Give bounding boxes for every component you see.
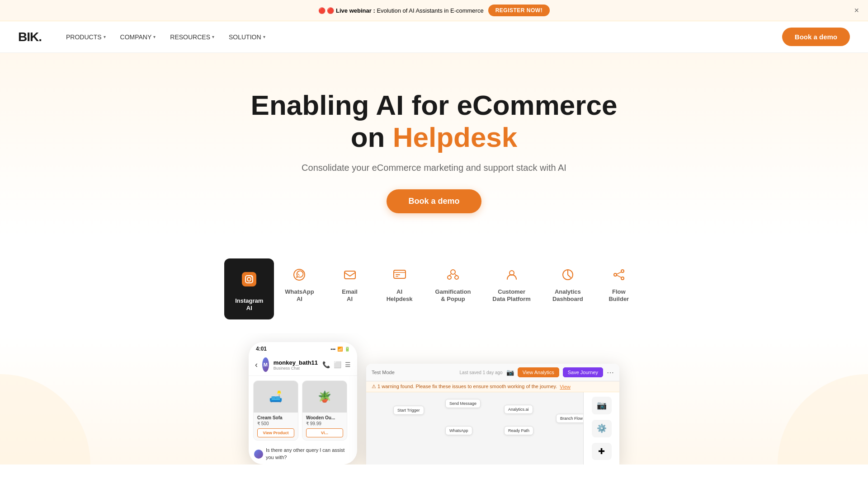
- svg-point-14: [614, 273, 617, 276]
- nav-book-demo-button[interactable]: Book a demo: [782, 28, 850, 46]
- chevron-down-icon: ▾: [212, 34, 214, 39]
- feature-item-ai-helpdesk[interactable]: AIHelpdesk: [375, 258, 425, 311]
- announcement-text: Evolution of AI Assistants in E-commerce: [377, 7, 483, 14]
- svg-rect-8: [396, 276, 398, 277]
- feature-item-flow-builder[interactable]: FlowBuilder: [594, 258, 644, 311]
- flow-node-5: Ready Path: [504, 426, 533, 435]
- hero-title: Enabling AI for eCommerce on Helpdesk: [9, 89, 859, 154]
- video-icon[interactable]: ⬜: [334, 361, 341, 368]
- svg-point-11: [455, 276, 458, 279]
- more-options-icon[interactable]: ⋯: [607, 368, 614, 377]
- menu-icon[interactable]: ☰: [345, 361, 351, 368]
- product-image-2: 🪴: [302, 381, 347, 413]
- phone-icon[interactable]: 📞: [322, 361, 330, 368]
- flow-node-3: Analytics.ai: [504, 405, 533, 414]
- sidebar-instagram-icon[interactable]: 📷: [592, 397, 612, 414]
- desktop-toolbar: Test Mode Last saved 1 day ago 📷 View An…: [366, 364, 619, 381]
- feature-label-flow-builder: FlowBuilder: [609, 288, 629, 304]
- preview-area: 4:01 ▪▪▪ 📶 🔋 ‹ M monkey_bath11 Business …: [0, 333, 868, 465]
- nav-item-company[interactable]: COMPANY ▾: [114, 30, 162, 44]
- product-name-2: Wooden Ou...: [306, 415, 343, 420]
- svg-rect-5: [344, 271, 355, 279]
- flow-node-1: Start Trigger: [393, 406, 424, 415]
- feature-label-gamification: Gamification& Popup: [435, 288, 471, 304]
- product-image-1: 🛋️: [254, 381, 298, 413]
- announcement-close-button[interactable]: ×: [854, 6, 859, 15]
- svg-point-3: [251, 276, 252, 277]
- flow-sidebar: 📷 ⚙️ ✚: [583, 392, 619, 465]
- flow-builder-icon: [610, 266, 628, 284]
- hero-subtitle: Consolidate your eCommerce marketing and…: [9, 163, 859, 173]
- live-indicator: 🔴 🔴 Live webinar : Evolution of AI Assis…: [318, 7, 484, 14]
- svg-point-15: [621, 270, 624, 272]
- hero-book-demo-button[interactable]: Book a demo: [387, 189, 481, 213]
- feature-label-instagram-ai: InstagramAI: [235, 297, 263, 313]
- register-now-button[interactable]: REGISTER NOW!: [488, 5, 550, 16]
- logo[interactable]: BIK.: [18, 30, 42, 44]
- blob-left-decoration: [0, 374, 90, 465]
- view-analytics-button[interactable]: View Analytics: [518, 367, 559, 377]
- camera-icon: 📷: [506, 369, 514, 376]
- navbar: BIK. PRODUCTS ▾ COMPANY ▾ RESOURCES ▾ SO…: [0, 21, 868, 53]
- svg-point-16: [621, 277, 624, 280]
- feature-label-email-ai: EmailAI: [342, 288, 358, 304]
- warning-text: ⚠ 1 warning found. Please fix these issu…: [372, 384, 557, 389]
- chevron-down-icon: ▾: [104, 34, 106, 39]
- contact-name: monkey_bath11: [274, 359, 318, 366]
- chat-message-text: Is there any other query I can assist yo…: [266, 447, 352, 461]
- flow-canvas[interactable]: Start Trigger Send Message Analytics.ai …: [366, 392, 619, 465]
- analytics-icon: [559, 266, 577, 284]
- sidebar-add-icon[interactable]: ✚: [592, 443, 612, 460]
- warning-bar: ⚠ 1 warning found. Please fix these issu…: [366, 381, 619, 392]
- chat-header: ‹ M monkey_bath11 Business Chat 📞 ⬜ ☰: [249, 354, 357, 376]
- gamification-icon: [444, 266, 462, 284]
- product-cards: 🛋️ Cream Sofa ₹ 500 View Product 🪴 Woode…: [249, 376, 357, 443]
- blob-right-decoration: [778, 374, 868, 465]
- feature-label-analytics: AnalyticsDashboard: [552, 288, 583, 304]
- instagram-icon: [240, 270, 258, 288]
- svg-point-10: [448, 276, 451, 279]
- feature-item-whatsapp-ai[interactable]: WhatsAppAI: [274, 258, 325, 311]
- chevron-down-icon: ▾: [263, 34, 265, 39]
- helpdesk-icon: [391, 266, 409, 284]
- feature-item-analytics[interactable]: AnalyticsDashboard: [542, 258, 594, 311]
- product-price-1: ₹ 500: [257, 421, 294, 426]
- phone-status-bar: 4:01 ▪▪▪ 📶 🔋: [249, 342, 357, 354]
- phone-time: 4:01: [256, 346, 267, 352]
- warning-view-link[interactable]: View: [560, 384, 571, 389]
- instagram-icon-wrap: [236, 266, 263, 293]
- view-product-button-2[interactable]: Vi...: [306, 428, 343, 437]
- last-saved-label: Last saved 1 day ago: [460, 370, 503, 375]
- feature-item-cdp[interactable]: CustomerData Platform: [481, 258, 542, 311]
- flow-node-2: Send Message: [445, 399, 481, 408]
- flow-node-4: WhatsApp: [445, 426, 472, 435]
- test-mode-label: Test Mode: [372, 370, 395, 375]
- feature-label-ai-helpdesk: AIHelpdesk: [387, 288, 413, 304]
- view-product-button-1[interactable]: View Product: [257, 428, 294, 437]
- feature-item-email-ai[interactable]: EmailAI: [325, 258, 375, 311]
- save-journey-button[interactable]: Save Journey: [563, 367, 603, 377]
- features-row: InstagramAI WhatsAppAI EmailAI: [0, 240, 868, 333]
- svg-point-9: [451, 270, 455, 274]
- email-icon: [341, 266, 359, 284]
- live-label: 🔴 Live webinar :: [327, 7, 375, 14]
- feature-label-cdp: CustomerData Platform: [492, 288, 531, 304]
- nav-item-resources[interactable]: RESOURCES ▾: [164, 30, 221, 44]
- feature-item-instagram-ai[interactable]: InstagramAI: [224, 258, 274, 320]
- flow-node-6: Branch Flow: [556, 414, 587, 423]
- phone-status-icons: ▪▪▪ 📶 🔋: [330, 347, 350, 352]
- chat-back-button[interactable]: ‹: [255, 360, 258, 370]
- product-name-1: Cream Sofa: [257, 415, 294, 420]
- chat-message: Is there any other query I can assist yo…: [249, 443, 357, 465]
- desktop-mockup: Test Mode Last saved 1 day ago 📷 View An…: [366, 364, 619, 465]
- nav-item-products[interactable]: PRODUCTS ▾: [60, 30, 112, 44]
- contact-avatar: M: [262, 357, 269, 372]
- whatsapp-icon: [290, 266, 308, 284]
- sidebar-settings-icon[interactable]: ⚙️: [592, 420, 612, 437]
- svg-rect-0: [242, 272, 256, 286]
- svg-rect-7: [396, 274, 400, 275]
- chat-action-buttons: 📞 ⬜ ☰: [322, 361, 351, 368]
- nav-item-solution[interactable]: SOLUTION ▾: [222, 30, 272, 44]
- live-dot: 🔴: [318, 7, 326, 14]
- feature-item-gamification[interactable]: Gamification& Popup: [425, 258, 482, 311]
